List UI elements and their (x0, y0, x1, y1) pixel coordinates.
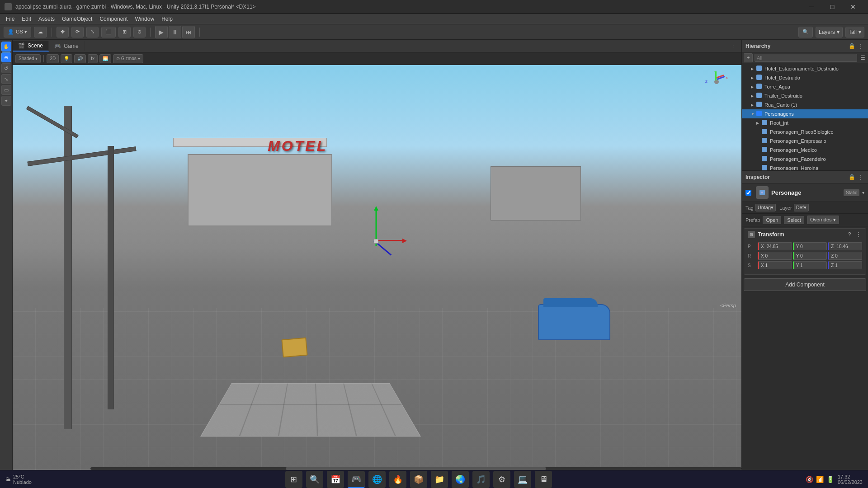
go-active-checkbox[interactable] (745, 190, 751, 196)
hier-item-personagem-medico[interactable]: Personagem_Medico (742, 145, 868, 155)
scale-tool[interactable]: ⤡ (86, 27, 99, 38)
lighting-toggle[interactable]: 💡 (61, 54, 72, 63)
taskbar-search[interactable]: 🔍 (306, 471, 323, 488)
pos-x-field[interactable]: X -24.85 (758, 242, 792, 250)
custom-tool[interactable]: ⊙ (133, 27, 146, 38)
taskbar-calendar[interactable]: 📅 (327, 471, 344, 488)
wifi-icon[interactable]: 📶 (816, 476, 824, 483)
inspector-menu-btn[interactable]: ⋮ (857, 174, 864, 181)
add-component-button[interactable]: Add Component (744, 278, 866, 291)
transform-tool[interactable]: ⊞ (118, 27, 131, 38)
taskbar-start[interactable]: ⊞ (285, 471, 302, 488)
sky-toggle[interactable]: 🌅 (99, 54, 111, 63)
2d-toggle[interactable]: 2D (47, 54, 59, 63)
transform-comp-header[interactable]: ⊞ Transform ? ⋮ (744, 229, 866, 240)
pos-y-field[interactable]: Y 0 (793, 242, 827, 250)
taskbar-dev[interactable]: 💻 (514, 471, 531, 488)
rect-tool[interactable]: ⬛ (101, 27, 116, 38)
fx-toggle[interactable]: fx (88, 54, 98, 63)
menu-edit[interactable]: Edit (18, 15, 35, 23)
taskbar-spotify[interactable]: 🎵 (472, 471, 490, 488)
static-arrow[interactable]: ▾ (862, 190, 864, 195)
clock: 17:32 06/02/2023 (838, 474, 863, 485)
rect-gizmo[interactable]: ▭ (1, 85, 11, 95)
move-tool[interactable]: ✥ (57, 27, 69, 38)
menu-file[interactable]: File (2, 15, 18, 23)
close-button[interactable]: ✕ (843, 0, 863, 14)
taskbar-settings[interactable]: ⚙ (493, 471, 510, 488)
hier-item-torre-agua[interactable]: ▶ Torre_Agua (742, 82, 868, 91)
taskbar-unity[interactable]: 🎮 (348, 471, 365, 488)
tab-game[interactable]: 🎮 Game (49, 41, 85, 51)
tag-value-dropdown[interactable]: Untag▾ (755, 204, 776, 211)
hier-item-trailer-destruido[interactable]: ▶ Trailer_Destruido (742, 91, 868, 100)
cloud-button[interactable]: ☁ (34, 27, 47, 38)
move-gizmo[interactable]: ⊕ (1, 52, 11, 62)
transform-help-btn[interactable]: ? (846, 231, 853, 238)
tiled-floor (200, 383, 421, 436)
prefab-open-btn[interactable]: Open (763, 216, 781, 224)
account-button[interactable]: 👤 GS ▾ (4, 27, 31, 38)
taskbar-firefox[interactable]: 🔥 (389, 471, 406, 488)
hierarchy-lock-btn[interactable]: 🔒 (848, 42, 855, 50)
rotate-tool[interactable]: ⟳ (71, 27, 84, 38)
prefab-select-btn[interactable]: Select (784, 216, 804, 224)
mute-icon[interactable]: 🔇 (806, 476, 813, 483)
layer-value-dropdown[interactable]: Def▾ (794, 204, 809, 211)
menu-help[interactable]: Help (158, 15, 176, 23)
scale-gizmo[interactable]: ⤡ (1, 74, 11, 84)
rot-y-field[interactable]: Y 0 (793, 252, 827, 260)
hier-item-personagem-fazendeiro[interactable]: Personagem_Fazendeiro (742, 155, 868, 164)
hier-item-hotel-estacionamento[interactable]: ▶ Hotel_Estacionamento_Destruido (742, 64, 868, 73)
battery-icon[interactable]: 🔋 (826, 476, 834, 483)
hier-item-personagem-empresario[interactable]: Personagem_Empresario (742, 136, 868, 145)
rotate-gizmo[interactable]: ↺ (1, 63, 11, 73)
rot-x-field[interactable]: X 0 (758, 252, 792, 260)
taskbar-chrome[interactable]: 🌏 (452, 471, 469, 488)
scene-options-btn[interactable]: ⋮ (728, 41, 738, 51)
hier-item-hotel-destruido[interactable]: ▶ Hotel_Destruido (742, 73, 868, 82)
motel-building (188, 154, 332, 226)
shading-dropdown[interactable]: Shaded ▾ (15, 54, 41, 63)
hierarchy-menu-btn[interactable]: ⋮ (857, 42, 864, 50)
layout-dropdown[interactable]: Tall ▾ (845, 27, 864, 38)
hierarchy-filter-btn[interactable]: ☰ (859, 54, 866, 61)
taskbar-browser[interactable]: 🌐 (368, 471, 386, 488)
hierarchy-search[interactable] (755, 54, 857, 62)
play-button[interactable]: ▶ (155, 26, 168, 38)
rot-z-field[interactable]: Z 0 (828, 252, 862, 260)
hier-item-personagem-risco[interactable]: Personagem_RiscoBiologico (742, 127, 868, 136)
minimize-button[interactable]: ─ (801, 0, 822, 14)
search-button[interactable]: 🔍 (798, 27, 813, 38)
hierarchy-add-btn[interactable]: + (744, 53, 753, 62)
hier-item-root-jnt[interactable]: ▶ Root_jnt (742, 118, 868, 127)
hand-tool[interactable]: ✋ (1, 42, 11, 52)
taskbar-files[interactable]: 📁 (431, 471, 448, 488)
menu-window[interactable]: Window (131, 15, 158, 23)
maximize-button[interactable]: □ (822, 0, 843, 14)
scale-x-field[interactable]: X 1 (758, 261, 792, 269)
scale-z-field[interactable]: Z 1 (828, 261, 862, 269)
viewport[interactable]: MOTEL (13, 65, 741, 470)
go-name[interactable]: Personage (771, 189, 841, 196)
layers-dropdown[interactable]: Layers ▾ (816, 27, 843, 38)
overrides-btn[interactable]: Overrides ▾ (807, 216, 839, 224)
menu-gameobject[interactable]: GameObject (58, 15, 96, 23)
audio-toggle[interactable]: 🔊 (74, 54, 86, 63)
taskbar-dropbox[interactable]: 📦 (410, 471, 427, 488)
taskbar-monitor[interactable]: 🖥 (535, 471, 552, 488)
transform-menu-btn[interactable]: ⋮ (855, 231, 862, 238)
hier-item-personagem-heroina[interactable]: Personagem_Heroina (742, 164, 868, 170)
pause-button[interactable]: ⏸ (169, 26, 181, 38)
hier-item-personagens[interactable]: ▼ Personagens (742, 109, 868, 118)
menu-assets[interactable]: Assets (35, 15, 58, 23)
multi-gizmo[interactable]: ✦ (1, 96, 11, 106)
gizmos-toggle[interactable]: ⊙ Gizmos ▾ (113, 54, 143, 63)
pos-z-field[interactable]: Z -18.46 (828, 242, 862, 250)
menu-component[interactable]: Component (96, 15, 131, 23)
hier-item-rua-canto[interactable]: ▶ Rua_Canto (1) (742, 100, 868, 109)
inspector-lock-btn[interactable]: 🔒 (848, 174, 855, 181)
tab-scene[interactable]: 🎬 Scene (13, 41, 49, 52)
step-button[interactable]: ⏭ (182, 26, 195, 38)
scale-y-field[interactable]: Y 1 (793, 261, 827, 269)
